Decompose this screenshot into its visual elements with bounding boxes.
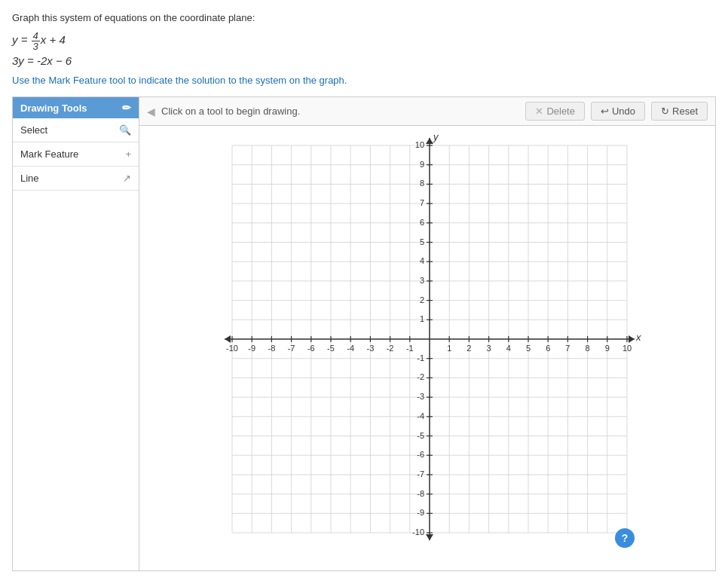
instructions-text: Graph this system of equations on the co…	[12, 12, 716, 23]
cursor-icon: 🔍	[119, 124, 131, 136]
tool-line[interactable]: Line ↗	[13, 167, 139, 191]
equation-2: 3y = -2x − 6	[12, 54, 716, 67]
workspace: Drawing Tools ✏ Select 🔍 Mark Feature + …	[12, 96, 716, 571]
undo-label: Undo	[612, 105, 635, 117]
undo-icon: ↩	[601, 105, 609, 117]
tool-select[interactable]: Select 🔍	[13, 118, 139, 142]
pencil-icon: ✏	[122, 102, 131, 114]
reset-icon: ↻	[661, 105, 669, 117]
graph-container: ?	[205, 133, 642, 555]
tool-line-label: Line	[20, 173, 39, 184]
reset-label: Reset	[672, 105, 698, 117]
tool-select-label: Select	[20, 124, 47, 136]
arrow-left-icon: ◀	[147, 105, 155, 118]
tool-mark-feature-label: Mark Feature	[20, 148, 78, 160]
plus-icon: +	[125, 148, 131, 160]
graph-area[interactable]: ?	[139, 126, 715, 570]
use-tool-instruction: Use the Mark Feature tool to indicate th…	[12, 75, 716, 86]
arrow-icon: ↗	[123, 173, 131, 184]
coordinate-plane[interactable]	[205, 133, 642, 555]
reset-button[interactable]: ↻ Reset	[651, 102, 708, 121]
question-mark-icon: ?	[622, 532, 629, 544]
drawing-tools-panel: Drawing Tools ✏ Select 🔍 Mark Feature + …	[13, 97, 139, 570]
tool-mark-feature[interactable]: Mark Feature +	[13, 142, 139, 167]
undo-button[interactable]: ↩ Undo	[591, 102, 645, 121]
delete-button[interactable]: ✕ Delete	[525, 102, 585, 121]
sidebar-title: Drawing Tools	[20, 102, 87, 114]
delete-label: Delete	[546, 105, 575, 117]
graph-toolbar: ◀ Click on a tool to begin drawing. ✕ De…	[139, 97, 715, 126]
equation-1: y = 43x + 4	[12, 31, 716, 51]
toolbar-hint: Click on a tool to begin drawing.	[161, 105, 519, 117]
help-button[interactable]: ?	[615, 528, 635, 548]
sidebar-header: Drawing Tools ✏	[13, 97, 139, 118]
right-panel: ◀ Click on a tool to begin drawing. ✕ De…	[139, 97, 715, 570]
x-icon: ✕	[535, 105, 543, 117]
